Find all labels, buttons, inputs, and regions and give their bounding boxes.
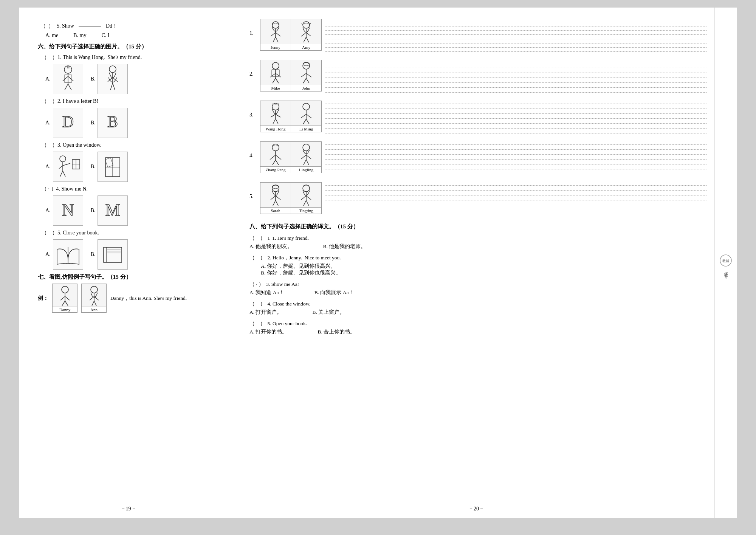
s8-q1-text: 1	[268, 235, 270, 241]
svg-line-21	[63, 171, 65, 177]
jenny-img	[260, 19, 291, 44]
side-decoration: 教辅 优先教育	[714, 8, 737, 518]
s8-q3-optB: B. 向我展示 Aa！	[314, 289, 354, 296]
wanghong-img	[260, 101, 291, 126]
pair-2-lines	[325, 60, 707, 94]
svg-point-55	[303, 22, 310, 28]
zhangpeng-img	[260, 142, 291, 166]
svg-point-63	[272, 62, 279, 69]
q6-4: （ · ）4. Show me N.	[42, 186, 226, 192]
svg-line-4	[65, 84, 68, 90]
svg-line-68	[276, 78, 279, 83]
svg-line-13	[113, 83, 115, 90]
svg-rect-28	[105, 158, 113, 167]
svg-line-19	[63, 163, 70, 166]
pair-1-images: Jenny	[260, 19, 322, 51]
svg-point-106	[303, 185, 310, 192]
q6-5-optB: B.	[91, 239, 128, 270]
svg-line-85	[306, 114, 311, 118]
svg-line-86	[303, 119, 306, 124]
liming-img	[291, 101, 321, 126]
section8: 八、给下列句子选择正确的译文。（15 分） （ ） 1 1. He's my f…	[249, 223, 707, 335]
svg-line-2	[63, 76, 68, 81]
s8-q3-opts: A. 我知道 Aa！ B. 向我展示 Aa！	[249, 289, 707, 296]
s8-q2-optA: A. 你好，詹妮。见到你很高兴。	[261, 263, 707, 270]
q6-3-optA: A.	[45, 152, 83, 182]
svg-line-62	[310, 23, 311, 25]
jenny-cell: Jenny	[260, 19, 291, 50]
svg-line-78	[271, 114, 276, 117]
s8-q5-optA: A. 打开你的书。	[249, 329, 288, 335]
zhangpeng-name: Zhang Peng	[260, 166, 291, 173]
side-badge: 教辅 优先教育	[719, 254, 733, 272]
right-page: 1.	[238, 8, 714, 518]
q6-5: （ ）5. Close your book.	[42, 230, 226, 236]
svg-line-111	[306, 200, 309, 206]
pair-4-num: 4.	[249, 141, 257, 159]
s8-q4-optB: B. 关上窗户。	[313, 309, 345, 316]
q6-5-optA: A.	[45, 239, 83, 270]
tingting-img	[291, 183, 321, 207]
svg-line-80	[273, 119, 276, 124]
pair-1-num: 1.	[249, 19, 257, 36]
svg-line-40	[65, 296, 70, 300]
svg-line-104	[273, 200, 276, 206]
q6-2-optB: B. B	[91, 108, 128, 138]
svg-text:帽: 帽	[67, 66, 69, 69]
svg-line-51	[271, 33, 276, 36]
tingting-cell: Tingting	[291, 183, 321, 214]
svg-line-90	[270, 155, 276, 160]
pair-3-images: Wang Hong	[260, 101, 322, 132]
svg-line-81	[276, 119, 278, 124]
svg-point-8	[109, 66, 116, 73]
pair-2: 2.	[249, 60, 707, 94]
amy-img	[291, 19, 321, 44]
ann-cell: Ann	[81, 284, 107, 313]
q6-3-imgA	[53, 152, 83, 182]
svg-line-99	[306, 160, 309, 165]
svg-line-103	[276, 196, 280, 200]
example-row: 例： Danny	[38, 284, 226, 313]
svg-line-52	[276, 33, 280, 36]
section7-pairs: 1.	[249, 19, 707, 216]
wanghong-cell: Wang Hong	[260, 101, 291, 132]
example-sentence: Danny，this is Ann. She's my friend.	[110, 295, 187, 302]
pair-4-lines	[325, 141, 707, 175]
sarah-name: Sarah	[260, 207, 291, 214]
john-name: John	[291, 85, 321, 91]
svg-line-54	[276, 37, 278, 42]
mike-cell: Mike	[260, 60, 291, 91]
q6-2-imgB: B	[98, 108, 128, 138]
amy-cell: Amy	[291, 19, 321, 50]
pair-4-images: Zhang Peng	[260, 141, 322, 173]
svg-line-84	[301, 114, 306, 118]
pair-1: 1.	[249, 19, 707, 53]
svg-point-49	[272, 22, 279, 28]
s8-q2-header: （ ） 2. Hello，Jenny. Nice to meet you.	[249, 254, 707, 261]
svg-line-59	[304, 37, 306, 42]
svg-text:B: B	[107, 113, 118, 130]
pair-2-num: 2.	[249, 60, 257, 77]
q6-5-imgA	[53, 239, 83, 270]
svg-line-102	[271, 196, 276, 200]
q6-1-imgB	[98, 64, 128, 94]
svg-point-94	[303, 144, 310, 151]
s8-q4-header: （ ） 4. Close the window.	[249, 301, 707, 307]
q5-text: 5. Show	[57, 23, 74, 29]
svg-line-87	[306, 119, 309, 124]
s8-q5-header: （ ） 5. Open your book.	[249, 320, 707, 327]
mike-name: Mike	[260, 85, 291, 91]
svg-line-97	[306, 155, 311, 159]
q6-3-imgB	[98, 152, 128, 182]
svg-line-92	[273, 160, 276, 165]
q5-line: （ ） 5. Show Dd！	[38, 23, 226, 29]
svg-point-82	[303, 103, 310, 110]
svg-line-91	[276, 155, 281, 160]
svg-line-72	[301, 73, 306, 77]
lingling-cell: Lingling	[291, 142, 321, 173]
svg-line-57	[301, 33, 306, 36]
svg-text:M: M	[105, 201, 120, 219]
svg-line-41	[62, 301, 65, 306]
s8-q2: （ ） 2. Hello，Jenny. Nice to meet you. A.…	[249, 254, 707, 276]
pair-4: 4.	[249, 141, 707, 175]
